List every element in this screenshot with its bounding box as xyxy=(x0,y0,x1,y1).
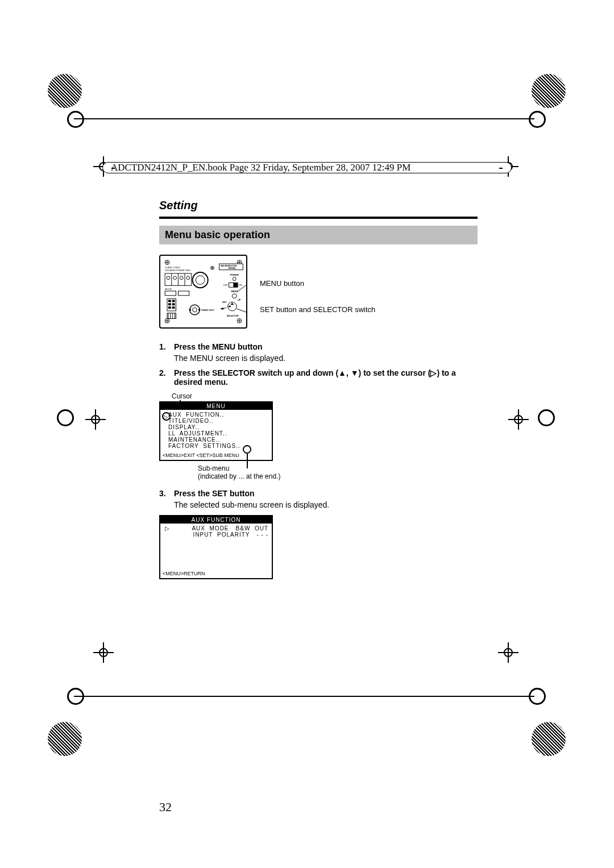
svg-rect-52 xyxy=(168,303,171,305)
leader-line xyxy=(247,454,248,468)
cursor-triangle-icon: ▷ xyxy=(164,414,168,420)
osd-main-footer: <MENU>EXIT <SET>SUB MENU xyxy=(160,451,272,460)
svg-text:POWER: POWER xyxy=(230,273,239,276)
svg-point-20 xyxy=(180,276,183,280)
osd-aux-title: AUX FUNCTION xyxy=(160,516,272,524)
svg-text:UP: UP xyxy=(238,298,241,301)
svg-point-41 xyxy=(232,294,237,298)
svg-point-26 xyxy=(196,276,205,285)
doc-header-frame: ADCTDN2412N_P_EN.book Page 32 Friday, Se… xyxy=(102,162,512,173)
step-3-body: The selected sub-menu screen is displaye… xyxy=(174,500,478,509)
svg-point-62 xyxy=(193,308,197,312)
menu-button-callout: MENU button xyxy=(260,279,375,289)
svg-text:ON: ON xyxy=(239,284,242,286)
svg-point-25 xyxy=(193,272,208,288)
submenu-callout-l1: Sub-menu xyxy=(198,464,478,472)
osd-main-screen: MENU ▷ AUX FUNCTION.. TITLE/VIDEO.. DISP… xyxy=(159,401,273,461)
svg-rect-54 xyxy=(168,306,171,309)
cursor-triangle-icon: ▷ xyxy=(165,525,185,531)
svg-point-18 xyxy=(167,276,170,280)
step-2-title: Press the SELECTOR switch up and down (▲… xyxy=(174,368,456,387)
submenu-callout-l2: (indicated by ... at the end.) xyxy=(198,472,478,480)
svg-text:ISOLATED POWER ONLY: ISOLATED POWER ONLY xyxy=(165,269,191,272)
svg-point-19 xyxy=(173,276,177,280)
doc-header-text: ADCTDN2412N_P_EN.book Page 32 Friday, Se… xyxy=(111,162,410,173)
reg-mark-icon xyxy=(67,111,84,128)
svg-point-21 xyxy=(186,276,190,280)
reg-mark-icon xyxy=(48,722,82,756)
osd-aux-key: AUX MODE xyxy=(192,525,229,531)
frame-connector xyxy=(111,168,115,169)
svg-point-35 xyxy=(233,277,236,281)
svg-text:MANUAL: MANUAL xyxy=(229,267,237,269)
submenu-indicator-circle xyxy=(243,445,251,454)
svg-point-61 xyxy=(190,305,200,314)
svg-text:SET: SET xyxy=(222,301,227,304)
reg-mark-icon xyxy=(538,409,555,426)
section-rule xyxy=(159,217,478,219)
osd-main-title: MENU xyxy=(160,402,272,410)
page-title: Menu basic operation xyxy=(159,226,478,244)
osd-aux-row: INPUT POLARITY - - - xyxy=(165,531,268,538)
svg-text:SELECTOR: SELECTOR xyxy=(227,314,239,317)
osd-aux-val: - - - xyxy=(256,531,268,538)
crosshair-icon xyxy=(85,409,106,430)
crosshair-icon xyxy=(93,642,114,663)
osd-aux-screen: AUX FUNCTION ▷ AUX MODE B&W OUT INPUT PO… xyxy=(159,515,273,579)
svg-rect-64 xyxy=(198,309,200,311)
step-1-body: The MENU screen is displayed. xyxy=(174,354,478,363)
reg-mark-icon xyxy=(529,111,546,128)
reg-mark-icon xyxy=(57,409,74,426)
page-number: 32 xyxy=(159,800,172,815)
svg-text:AC24V: AC24V xyxy=(165,288,172,290)
osd-item: AUX FUNCTION.. xyxy=(168,412,268,418)
svg-rect-38 xyxy=(233,283,238,287)
svg-text:MENU: MENU xyxy=(231,290,238,293)
cursor-label: Cursor xyxy=(172,392,478,400)
svg-rect-51 xyxy=(172,300,175,302)
step-3-title: Press the SET button xyxy=(174,489,255,498)
reg-mark-icon xyxy=(532,74,566,108)
section-heading: Setting xyxy=(159,199,478,212)
reg-mark-icon xyxy=(48,74,82,108)
set-selector-callout: SET button and SELECTOR switch xyxy=(260,305,375,315)
crop-guide-line xyxy=(74,696,534,697)
osd-item: TITLE/VIDEO.. xyxy=(168,418,268,424)
svg-rect-63 xyxy=(189,309,191,311)
svg-rect-55 xyxy=(172,306,175,309)
svg-rect-53 xyxy=(172,303,175,305)
svg-text:OFF: OFF xyxy=(223,284,228,286)
osd-item: FACTORY SETTINGS.. xyxy=(168,443,268,449)
reg-mark-icon xyxy=(532,722,566,756)
osd-aux-footer: <MENU>RETURN xyxy=(160,569,272,578)
crosshair-icon xyxy=(498,642,518,663)
osd-aux-row: ▷ AUX MODE B&W OUT xyxy=(165,525,268,531)
svg-rect-23 xyxy=(165,291,176,296)
crosshair-icon xyxy=(508,409,529,430)
svg-line-48 xyxy=(237,309,246,313)
step-1-title: Press the MENU button xyxy=(174,342,263,351)
svg-line-46 xyxy=(223,308,226,309)
device-rear-panel-diagram: CLASS 2 ONLY ISOLATED POWER ONLY AC24V S… xyxy=(159,255,247,329)
osd-item: MAINTENANCE.. xyxy=(168,437,268,443)
osd-aux-val: B&W OUT xyxy=(236,525,268,531)
svg-rect-24 xyxy=(178,291,189,296)
svg-text:VIDEO OUT: VIDEO OUT xyxy=(201,309,214,312)
crop-guide-line xyxy=(74,118,534,119)
osd-item: DISPLAY.. xyxy=(168,424,268,430)
osd-item: LL ADJUSTMENT.. xyxy=(168,430,268,437)
frame-connector xyxy=(499,168,503,169)
svg-rect-50 xyxy=(168,300,171,302)
osd-aux-key: INPUT POLARITY xyxy=(193,531,250,538)
